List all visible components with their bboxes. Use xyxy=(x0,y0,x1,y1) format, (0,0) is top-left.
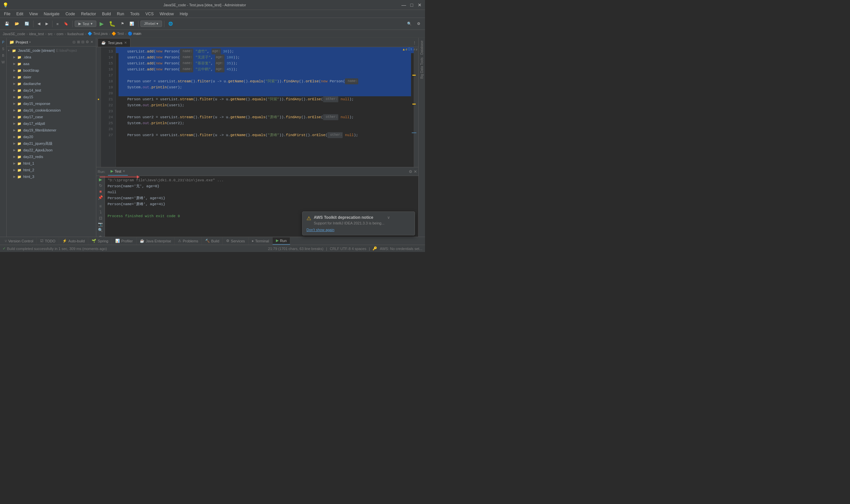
hide-btn[interactable]: ✕ xyxy=(90,40,93,44)
tree-idea[interactable]: ▶ 📁 .idea xyxy=(7,54,96,60)
debug-button[interactable]: 🐛 xyxy=(107,20,117,28)
sidebar-icon-web[interactable]: W xyxy=(0,59,6,65)
save-btn[interactable]: 💾 xyxy=(3,20,11,28)
play-button[interactable]: ▶ xyxy=(97,20,106,28)
run-screenshot-btn[interactable]: 📷 xyxy=(97,222,104,227)
tree-html2[interactable]: ▶ 📁 html_2 xyxy=(7,167,96,173)
gutter-expand-down[interactable]: ∨ xyxy=(415,48,418,51)
tool-tab-auto-build[interactable]: ⚡ Auto-build xyxy=(59,237,89,245)
breadcrumb-src[interactable]: src xyxy=(48,32,53,36)
tool-tab-version-control[interactable]: ⑂ Version Control xyxy=(1,237,37,245)
run-with-coverage-btn[interactable]: ⚑ xyxy=(119,20,126,28)
run-format-btn[interactable]: ≡ xyxy=(97,204,104,209)
tree-day19[interactable]: ▶ 📁 day19_filter&listener xyxy=(7,127,96,133)
tree-bootstrap[interactable]: ▶ 📁 bootStrap xyxy=(7,67,96,74)
breadcrumb-ideatest[interactable]: idea_test xyxy=(29,32,44,36)
breadcrumb-javacode[interactable]: JavaSE_code xyxy=(3,32,25,36)
tree-day15r[interactable]: ▶ 📁 day15_response xyxy=(7,100,96,107)
structure-btn[interactable]: ≡ xyxy=(54,20,60,28)
menu-build[interactable]: Build xyxy=(99,11,113,17)
dont-show-again-link[interactable]: Don't show again xyxy=(306,228,334,232)
minimize-button[interactable]: — xyxy=(401,2,406,7)
menu-edit[interactable]: Edit xyxy=(14,11,26,17)
open-btn[interactable]: 📂 xyxy=(13,20,21,28)
settings-btn[interactable]: ⚙ xyxy=(415,20,422,28)
tree-daolianzhe[interactable]: ▶ 📁 daolianzhe xyxy=(7,80,96,87)
tree-day14[interactable]: ▶ 📁 day14_test xyxy=(7,87,96,94)
tool-tab-todo[interactable]: ☑ TODO xyxy=(37,237,59,245)
tree-day22[interactable]: ▶ 📁 day22_Ajax&Json xyxy=(7,147,96,154)
aws-chevron-icon[interactable]: ∨ xyxy=(387,215,390,220)
tool-tab-java-enterprise[interactable]: ☕ Java Enterprise xyxy=(137,237,175,245)
locate-btn[interactable]: ◎ xyxy=(72,40,76,44)
code-content[interactable]: userList.add(new Person( name: "虚竹", age… xyxy=(116,47,414,167)
breadcrumb-liudashuai[interactable]: liudashuai xyxy=(67,32,84,36)
gutter-expand-up[interactable]: ∧ xyxy=(413,48,415,51)
breadcrumb-com[interactable]: com xyxy=(56,32,64,36)
tree-day16[interactable]: ▶ 📁 day16_cookie&cession xyxy=(7,107,96,113)
run-config-selector[interactable]: ▶ Test ▾ xyxy=(75,21,96,27)
tree-aaa[interactable]: ▶ 📁 aaa xyxy=(7,60,96,67)
menu-help[interactable]: Help xyxy=(177,11,191,17)
menu-run[interactable]: Run xyxy=(114,11,127,17)
editor-more-btn[interactable]: ⋮ xyxy=(411,39,418,47)
gear-icon[interactable]: ⚙ xyxy=(86,40,89,44)
run-close-btn[interactable]: ✕ xyxy=(414,169,417,174)
menu-window[interactable]: Window xyxy=(157,11,177,17)
tree-day20[interactable]: ▶ 📁 day20 xyxy=(7,133,96,140)
run-play-btn[interactable]: ▶ xyxy=(97,177,104,182)
menu-vcs[interactable]: VCS xyxy=(143,11,157,17)
run-tab-test[interactable]: ▶ Test ✕ xyxy=(108,168,128,176)
forward-btn[interactable]: ▶ xyxy=(43,20,50,28)
run-wrap-btn[interactable]: ⤵ xyxy=(97,210,104,215)
menu-navigate[interactable]: Navigate xyxy=(41,11,62,17)
panel-title-arrow[interactable]: ▾ xyxy=(29,40,31,44)
breadcrumb-testjava[interactable]: 🔷 Test.java xyxy=(88,32,108,36)
run-settings-btn[interactable]: ⚙ xyxy=(409,169,412,174)
menu-code[interactable]: Code xyxy=(63,11,78,17)
run-pin-btn[interactable]: 📌 xyxy=(97,195,104,200)
tool-tab-spring[interactable]: 🌱 Spring xyxy=(88,237,112,245)
tree-day23[interactable]: ▶ 📁 day23_redis xyxy=(7,154,96,160)
tree-day17e[interactable]: ▶ 📁 day17_el&jstl xyxy=(7,120,96,127)
tree-day17c[interactable]: ▶ 📁 day17_case xyxy=(7,113,96,120)
breadcrumb-test-class[interactable]: 🔶 Test xyxy=(112,32,124,36)
sync-btn[interactable]: 🔄 xyxy=(22,20,31,28)
bigdata-label[interactable]: Big Data Tools xyxy=(420,57,424,79)
run-expand-btn[interactable]: 🗑 xyxy=(97,235,104,237)
collapse-btn[interactable]: ⊟ xyxy=(82,40,84,44)
search-btn[interactable]: 🔍 xyxy=(405,20,414,28)
tree-day21[interactable]: ▶ 📁 day21_jquery高级 xyxy=(7,140,96,147)
translate-btn[interactable]: 🌐 xyxy=(166,20,175,28)
editor-tab-testjava[interactable]: ☕ Test.java ✕ xyxy=(97,38,130,47)
tool-tab-build[interactable]: 🔨 Build xyxy=(202,237,223,245)
run-filter-btn[interactable]: 🔍 xyxy=(97,228,104,232)
menu-view[interactable]: View xyxy=(26,11,40,17)
tool-tab-profiler[interactable]: 📊 Profiler xyxy=(112,237,137,245)
tool-tab-problems[interactable]: ⚠ Problems xyxy=(175,237,201,245)
menu-refactor[interactable]: Refactor xyxy=(78,11,98,17)
titlebar-controls[interactable]: — □ ✕ xyxy=(401,2,422,7)
tree-daier[interactable]: ▶ 📁 daier xyxy=(7,74,96,80)
run-rerun-btn[interactable]: ↻ xyxy=(97,183,104,188)
sidebar-icon-structure[interactable]: S xyxy=(0,46,6,52)
sidebar-icon-project[interactable]: P xyxy=(0,39,6,45)
bookmark-btn[interactable]: 🔖 xyxy=(62,20,70,28)
tree-html1[interactable]: ▶ 📁 html_1 xyxy=(7,160,96,167)
close-button[interactable]: ✕ xyxy=(417,2,422,7)
run-stop-btn[interactable]: ■ xyxy=(97,189,104,194)
expand-btn[interactable]: ⊞ xyxy=(77,40,80,44)
database-label[interactable]: Database xyxy=(420,40,424,55)
menu-tools[interactable]: Tools xyxy=(127,11,142,17)
jrebel-selector[interactable]: JRebel ▾ xyxy=(141,21,162,27)
tree-root[interactable]: ▾ 📁 JavaSE_code [stream] E:\IdeaProject xyxy=(7,47,96,54)
back-btn[interactable]: ◀ xyxy=(36,20,42,28)
run-tab-close[interactable]: ✕ xyxy=(123,169,125,173)
menu-file[interactable]: File xyxy=(1,11,13,17)
tab-close-button[interactable]: ✕ xyxy=(124,41,127,44)
tool-tab-services[interactable]: ⚙ Services xyxy=(223,237,248,245)
maximize-button[interactable]: □ xyxy=(409,2,414,7)
profile-btn[interactable]: 📊 xyxy=(127,20,136,28)
tree-day15[interactable]: ▶ 📁 day15 xyxy=(7,94,96,100)
tool-tab-run[interactable]: ▶ Run xyxy=(273,237,290,245)
